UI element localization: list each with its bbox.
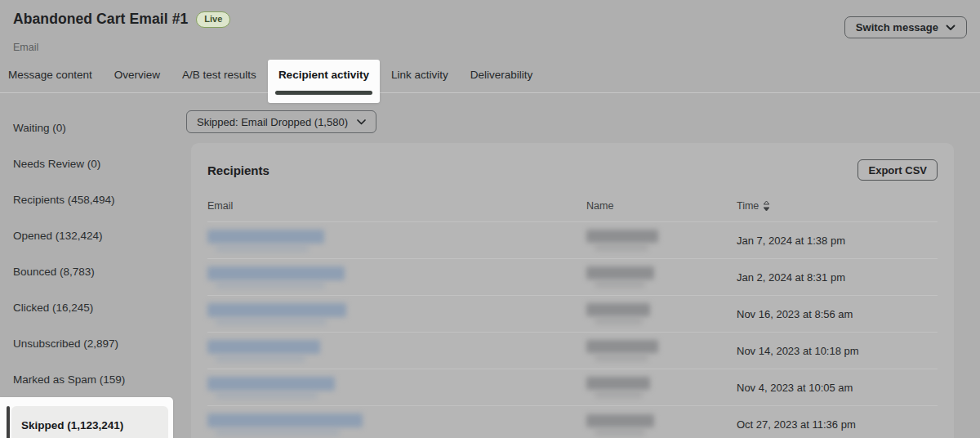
name-cell [586,340,737,361]
tab-link-activity[interactable]: Link activity [391,67,448,83]
name-redacted [586,340,658,353]
email-cell [207,230,586,252]
sidebar-item-opened[interactable]: Opened (132,424) [0,217,173,253]
email-redacted [207,303,346,317]
content-body: Waiting (0)Needs Review (0)Recipients (4… [0,93,980,438]
name-cell [586,230,737,251]
tab-label: Message content [8,67,92,83]
tab-recipient-activity[interactable]: Recipient activity [268,60,380,103]
sidebar-item-skipped[interactable]: Skipped (1,123,241) [11,406,168,438]
time-value: Nov 16, 2023 at 8:56 am [737,308,938,320]
tab-a-b-test-results[interactable]: A/B test results [182,67,256,83]
panel-title: Recipients [207,163,270,177]
name-cell [586,303,737,324]
page-title: Abandoned Cart Email #1 [13,10,188,29]
tab-overview[interactable]: Overview [114,67,160,83]
table-body: Jan 7, 2024 at 1:38 pmJan 2, 2024 at 8:3… [207,222,938,438]
sidebar-item-bounced[interactable]: Bounced (8,783) [0,253,173,289]
table-row: Jan 7, 2024 at 1:38 pm [207,222,938,259]
name-cell [586,266,737,288]
email-cell [207,266,586,288]
name-redacted [586,266,654,279]
name-redacted [586,414,654,427]
time-value: Oct 27, 2023 at 11:36 pm [737,418,938,431]
title-row: Abandoned Cart Email #1 Live Switch mess… [13,10,967,38]
time-value: Nov 4, 2023 at 10:05 am [737,382,938,394]
tab-label: Deliverability [470,67,533,83]
status-badge: Live [196,11,230,28]
email-redacted-smudge [216,245,309,252]
sidebar-item-clicked[interactable]: Clicked (16,245) [0,289,173,325]
name-redacted [586,230,658,243]
chevron-down-icon [946,25,956,31]
email-redacted-smudge [216,392,318,399]
name-cell [586,414,737,436]
sidebar: Waiting (0)Needs Review (0)Recipients (4… [0,93,173,438]
spotlight-annotation: Skipped (1,123,241) [0,397,173,438]
table-header-row: Email Name Time [207,200,938,222]
chevron-down-icon [357,119,366,125]
tab-label: A/B test results [182,67,256,83]
column-header-email: Email [207,200,586,212]
name-redacted-smudge [595,281,645,288]
email-redacted [207,266,345,280]
table-row: Nov 16, 2023 at 8:56 am [207,296,938,333]
sidebar-item-unsubscribed[interactable]: Unsubscribed (2,897) [0,325,173,361]
time-value: Jan 7, 2024 at 1:38 pm [737,235,938,247]
name-redacted [586,303,650,316]
time-value: Nov 14, 2023 at 10:18 pm [737,345,938,357]
name-redacted-smudge [595,391,643,398]
recipients-panel: Recipients Export CSV Email Name Time Ja… [191,143,954,438]
column-header-time-label: Time [737,200,759,212]
email-redacted [207,340,320,354]
email-cell [207,413,586,436]
name-redacted-smudge [595,429,645,436]
email-redacted-smudge [216,429,340,436]
time-value: Jan 2, 2024 at 8:31 pm [737,271,938,284]
email-redacted-smudge [216,282,325,288]
column-header-time[interactable]: Time [737,200,938,212]
table-row: Nov 14, 2023 at 10:18 pm [207,333,938,369]
tab-message-content[interactable]: Message content [8,67,92,83]
sidebar-item-needs-review[interactable]: Needs Review (0) [0,145,173,181]
email-redacted [207,230,324,244]
active-tab-underline [275,91,372,95]
column-header-name: Name [586,200,737,212]
tab-label: Recipient activity [278,67,369,83]
sidebar-item-recipients[interactable]: Recipients (458,494) [0,181,173,217]
name-redacted-smudge [595,244,648,251]
tab-deliverability[interactable]: Deliverability [470,67,533,83]
tab-label: Link activity [391,67,448,83]
tab-bar: Message contentOverviewA/B test resultsR… [8,67,967,92]
email-redacted [207,377,335,391]
subtitle: Email [13,42,967,53]
page: Abandoned Cart Email #1 Live Switch mess… [0,0,980,438]
panel-header: Recipients Export CSV [207,159,938,181]
main-content: Skipped: Email Dropped (1,580) Recipient… [173,93,980,438]
email-redacted-smudge [216,319,327,325]
export-csv-button[interactable]: Export CSV [858,159,938,181]
sort-icon [763,200,770,212]
name-redacted-smudge [595,318,643,324]
name-redacted-smudge [595,355,648,361]
switch-message-button[interactable]: Switch message [844,16,967,38]
table-row: Nov 4, 2023 at 10:05 am [207,369,938,406]
sidebar-item-waiting[interactable]: Waiting (0) [0,110,173,145]
header: Abandoned Cart Email #1 Live Switch mess… [0,0,980,93]
name-redacted [586,377,650,390]
email-redacted [207,413,363,427]
recipient-filter-dropdown[interactable]: Skipped: Email Dropped (1,580) [186,110,376,133]
switch-message-label: Switch message [856,21,938,34]
name-cell [586,377,737,398]
email-redacted-smudge [216,355,305,362]
email-cell [207,340,586,362]
sidebar-item-marked-as-spam[interactable]: Marked as Spam (159) [0,361,173,397]
table-row: Jan 2, 2024 at 8:31 pm [207,259,938,296]
table-row: Oct 27, 2023 at 11:36 pm [207,406,938,438]
email-cell [207,303,586,325]
email-cell [207,377,586,399]
tab-label: Overview [114,67,160,83]
recipient-filter-value: Skipped: Email Dropped (1,580) [197,116,348,128]
